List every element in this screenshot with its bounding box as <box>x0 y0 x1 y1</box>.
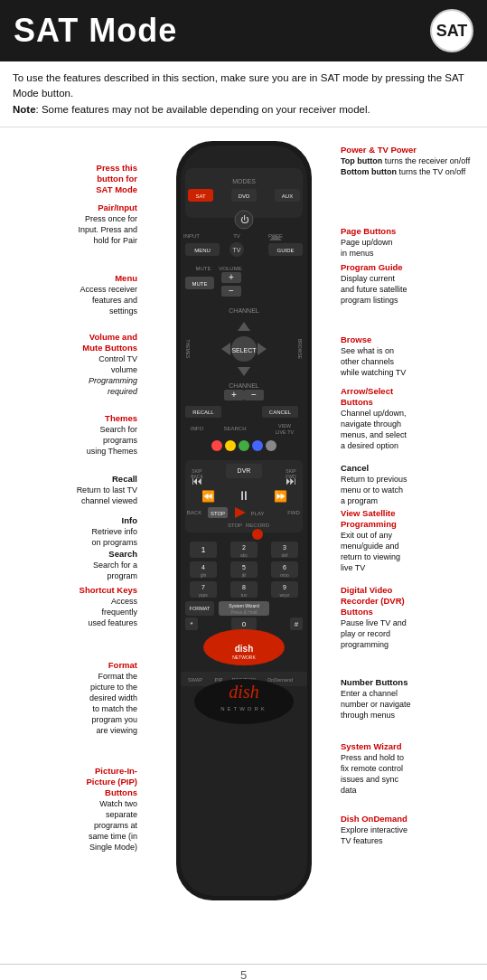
svg-text:8: 8 <box>242 584 246 590</box>
dish-ondemand-desc: Explore interactiveTV features <box>341 825 407 845</box>
sat-badge: SAT <box>430 9 473 52</box>
annotation-press-this: Press thisbutton forSAT Mode <box>2 162 137 194</box>
power-desc: Top button turns the receiver on/offBott… <box>341 156 470 176</box>
note-text: : Some features may not be available dep… <box>36 104 370 115</box>
svg-text:AUX: AUX <box>281 193 292 199</box>
annotation-search: Search Search for aprogram <box>2 548 137 580</box>
svg-point-53 <box>211 440 222 451</box>
power-label: Power & TV Power <box>341 145 417 155</box>
svg-text:System Wizard: System Wizard <box>229 603 259 608</box>
svg-text:def: def <box>281 552 288 558</box>
svg-text:TV: TV <box>232 247 240 253</box>
svg-text:pqrs: pqrs <box>199 592 208 598</box>
pair-input-label: Pair/Input <box>98 203 137 212</box>
annotation-recall: Recall Return to last TVchannel viewed <box>2 473 137 505</box>
themes-desc: Search forprogramsusing Themes <box>87 425 137 456</box>
svg-text:wxyz: wxyz <box>279 592 290 598</box>
svg-text:MODES: MODES <box>232 178 256 184</box>
annotation-browse: Browse See what is onother channelswhile… <box>341 334 485 377</box>
dvr-desc: Pause live TV andplay or recordprogrammi… <box>341 618 407 649</box>
annotation-menu: Menu Access receiverfeatures andsettings <box>2 272 137 316</box>
svg-text:MUTE: MUTE <box>192 281 207 287</box>
number-buttons-desc: Enter a channelnumber or navigatethrough… <box>341 689 411 720</box>
svg-text:1: 1 <box>201 545 205 554</box>
svg-point-56 <box>252 440 263 451</box>
pip-label: Picture-In-Picture (PIP)Buttons <box>87 766 138 797</box>
page-buttons-desc: Page up/downin menus <box>341 238 393 258</box>
svg-text:tuv: tuv <box>240 592 247 598</box>
svg-text:−: − <box>251 390 257 400</box>
themes-label: Themes <box>105 413 137 423</box>
svg-text:OnDemand: OnDemand <box>267 677 292 683</box>
svg-text:*: * <box>190 620 192 628</box>
svg-text:−: − <box>229 286 234 296</box>
note-label: Note <box>13 104 36 115</box>
annotation-shortcut: Shortcut Keys Accessfrequentlyused featu… <box>2 584 137 627</box>
program-guide-desc: Display currentand future satelliteprogr… <box>341 274 407 305</box>
menu-desc: Access receiverfeatures andsettings <box>80 285 137 316</box>
svg-text:SAT: SAT <box>195 193 206 199</box>
svg-text:⏻: ⏻ <box>239 215 248 224</box>
cancel-label: Cancel <box>341 463 369 473</box>
annotation-number-buttons: Number Buttons Enter a channelnumber or … <box>341 676 485 720</box>
info-label: Info <box>122 515 137 525</box>
svg-text:STOP: STOP <box>227 523 241 528</box>
svg-text:PLAY: PLAY <box>250 511 264 516</box>
svg-text:⏮: ⏮ <box>192 475 202 487</box>
svg-text:RECORD: RECORD <box>245 523 269 528</box>
pip-desc: Watch twoseparateprograms atsame time (i… <box>89 799 137 852</box>
svg-text:⏸: ⏸ <box>238 488 250 503</box>
annotation-dish-ondemand: Dish OnDemand Explore interactiveTV feat… <box>341 813 485 845</box>
svg-point-57 <box>266 440 276 451</box>
browse-label: Browse <box>341 335 371 344</box>
annotation-volume-mute: Volume andMute Buttons Control TVvolumeP… <box>2 331 137 396</box>
recall-desc: Return to last TVchannel viewed <box>77 485 137 505</box>
svg-text:Press & Hold: Press & Hold <box>230 609 257 615</box>
page-number: 5 <box>0 964 487 980</box>
annotation-pip: Picture-In-Picture (PIP)Buttons Watch tw… <box>2 765 137 852</box>
program-guide-label: Program Guide <box>341 262 403 272</box>
svg-text:dish: dish <box>234 644 253 654</box>
shortcut-desc: Accessfrequentlyused features <box>88 597 137 627</box>
svg-text:MENU: MENU <box>194 248 211 253</box>
volume-mute-desc: Control TVvolumeProgrammingrequired <box>89 354 137 396</box>
intro-section: To use the features described in this se… <box>0 61 487 127</box>
svg-text:5: 5 <box>242 564 246 570</box>
svg-point-78 <box>252 529 263 540</box>
remote-image: MODES SAT DVD AUX ⏻ INPUT TV PAGE <box>154 137 334 914</box>
recall-label: Recall <box>112 474 137 484</box>
svg-text:NETWORK: NETWORK <box>220 706 267 711</box>
number-buttons-label: Number Buttons <box>341 677 407 687</box>
header: SAT Mode SAT <box>0 0 487 61</box>
intro-text: To use the features described in this se… <box>13 72 464 115</box>
shortcut-label: Shortcut Keys <box>80 585 137 595</box>
svg-text:DVD: DVD <box>238 193 249 199</box>
svg-text:SELECT: SELECT <box>231 347 257 353</box>
dish-ondemand-label: Dish OnDemand <box>341 814 407 824</box>
svg-text:dish: dish <box>229 682 258 702</box>
annotation-power: Power & TV Power Top button turns the re… <box>341 144 485 176</box>
svg-text:SWAP: SWAP <box>188 677 202 683</box>
svg-text:9: 9 <box>283 584 286 590</box>
svg-text:THEMES: THEMES <box>185 339 191 359</box>
search-desc: Search for aprogram <box>93 561 137 580</box>
svg-text:CHANNEL: CHANNEL <box>229 307 259 314</box>
svg-text:BACK: BACK <box>186 510 201 515</box>
cancel-desc: Return to previousmenu or to watcha prog… <box>341 475 407 505</box>
svg-text:FWD: FWD <box>287 510 300 515</box>
svg-text:RECALL: RECALL <box>192 410 214 415</box>
svg-text:abc: abc <box>239 552 248 558</box>
svg-point-55 <box>239 440 249 451</box>
svg-text:3: 3 <box>283 544 286 551</box>
svg-text:7: 7 <box>201 584 205 590</box>
annotation-format: Format Format thepicture to thedesired w… <box>2 659 137 735</box>
svg-text:2: 2 <box>242 544 246 551</box>
info-desc: Retrieve infoon programs <box>91 527 137 547</box>
svg-text:MUTE: MUTE <box>195 266 211 271</box>
page-buttons-label: Page Buttons <box>341 226 396 236</box>
svg-text:#: # <box>294 620 298 628</box>
svg-text:⏪: ⏪ <box>201 489 214 503</box>
svg-text:DVR: DVR <box>237 467 250 474</box>
view-sat-label: View SatelliteProgramming <box>341 508 397 529</box>
svg-text:INPUT: INPUT <box>183 233 200 239</box>
